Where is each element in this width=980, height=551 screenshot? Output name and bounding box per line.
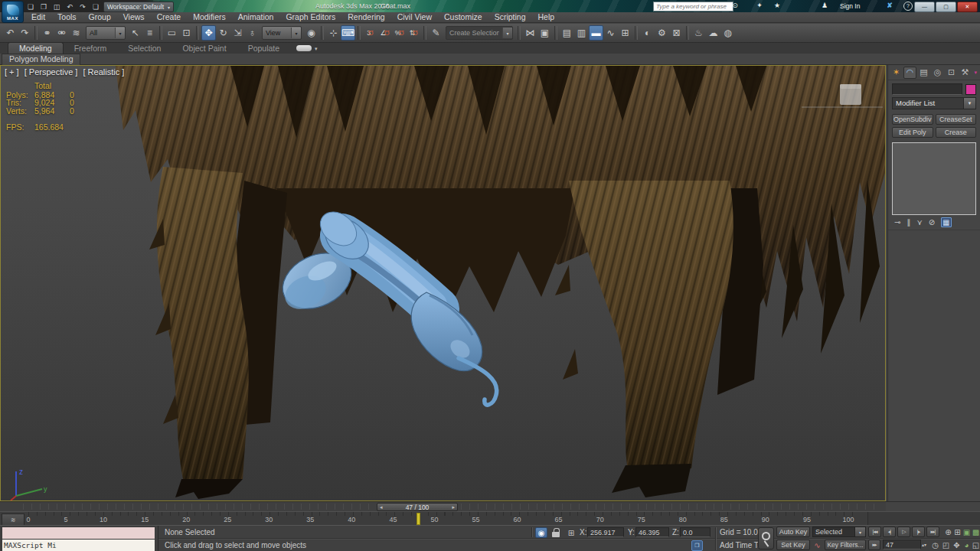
spinner-snap-icon[interactable]: ⇅Ω <box>407 25 421 41</box>
menu-item[interactable]: Animation <box>232 12 280 22</box>
search-icon[interactable]: ⊙ <box>730 2 740 9</box>
keyboard-shortcut-override-icon[interactable]: ⌨ <box>341 25 355 41</box>
community-icon[interactable]: ✦ <box>754 2 765 9</box>
sign-in-label[interactable]: Sign In <box>840 2 860 10</box>
viewport-pov-menu[interactable]: [ Perspective ] <box>24 67 78 77</box>
previous-frame-arrow-icon[interactable]: ◂ <box>380 504 383 510</box>
go-to-end-icon[interactable]: ▸▸| <box>926 527 939 537</box>
menu-item[interactable]: Views <box>117 12 151 22</box>
workspace-selector[interactable]: Workspace: Default ▾ <box>103 2 174 12</box>
rectangular-selection-region-icon[interactable]: ▭ <box>165 25 179 41</box>
project-icon[interactable]: ❏ <box>90 2 101 11</box>
edit-named-selection-sets-icon[interactable]: ✎ <box>429 25 443 41</box>
render-production-icon[interactable]: ♨ <box>691 25 706 41</box>
toggle-ribbon-icon[interactable]: ▬ <box>589 25 603 41</box>
select-and-manipulate-icon[interactable]: ⊹ <box>326 25 341 41</box>
pin-stack-icon[interactable]: ⊸ <box>894 218 900 227</box>
select-and-scale-icon[interactable]: ⇲ <box>230 25 245 41</box>
utilities-tab-icon[interactable]: ⚒ <box>959 67 972 79</box>
menu-item[interactable]: Help <box>531 12 560 22</box>
display-tab-icon[interactable]: ⊡ <box>945 67 958 79</box>
redo-icon[interactable]: ↷ <box>18 25 32 41</box>
modifier-stack-list[interactable] <box>892 142 976 215</box>
material-editor-icon[interactable]: ◐ <box>640 25 655 41</box>
make-unique-icon[interactable]: ⋎ <box>916 218 922 227</box>
configure-modifier-sets-icon[interactable]: ▦ <box>941 217 951 227</box>
toggle-scene-explorer-icon[interactable]: ▤ <box>560 25 574 41</box>
selection-filter-dropdown[interactable]: All ▾ <box>86 26 126 40</box>
frame-spinner[interactable]: ▴▾ <box>921 540 927 550</box>
modifier-button[interactable]: Edit Poly <box>892 127 933 138</box>
ribbon-collapse-icon[interactable] <box>296 45 312 51</box>
ribbon-tab[interactable]: Selection <box>117 43 172 54</box>
ribbon-tab[interactable]: Modeling <box>8 42 64 54</box>
hierarchy-tab-icon[interactable]: ▤ <box>917 67 930 79</box>
menu-item[interactable]: Modifiers <box>187 12 232 22</box>
go-to-start-icon[interactable]: |◂◂ <box>868 527 881 537</box>
track-bar[interactable]: 0510152025303540455055606570758085909510… <box>0 511 980 525</box>
current-frame-field[interactable]: 47 <box>883 540 921 549</box>
select-object-icon[interactable]: ↖ <box>128 25 142 41</box>
y-coord-field[interactable]: 46.395 <box>635 527 669 537</box>
z-coord-field[interactable]: 0.0 <box>680 527 710 537</box>
undo-icon[interactable]: ↶ <box>64 2 75 11</box>
open-mini-curve-editor-icon[interactable]: ≋ <box>2 514 24 526</box>
time-slider-track[interactable]: ◂ 47 / 100 ▸ <box>0 501 886 511</box>
menu-item[interactable]: Tools <box>51 12 83 22</box>
favorites-icon[interactable]: ★ <box>772 2 782 9</box>
percent-snap-icon[interactable]: %Ω <box>392 25 407 41</box>
menu-item[interactable]: Edit <box>25 12 51 22</box>
select-by-name-icon[interactable]: ≡ <box>142 25 157 41</box>
curve-editor-icon[interactable]: ∿ <box>603 25 618 41</box>
next-frame-icon[interactable]: |▸ <box>912 527 925 537</box>
unlink-selection-icon[interactable]: ⚮ <box>54 25 69 41</box>
maxscript-mini-listener[interactable]: MAXScript Mi <box>0 526 158 551</box>
next-frame-arrow-icon[interactable]: ▸ <box>452 504 455 510</box>
perspective-viewport[interactable]: z y [ + ] [ Perspective ] [ Realistic ] … <box>0 65 886 501</box>
bind-to-space-warp-icon[interactable]: ≋ <box>69 25 83 41</box>
select-and-rotate-icon[interactable]: ↻ <box>216 25 230 41</box>
maximize-viewport-icon[interactable]: ◱ <box>970 540 980 550</box>
set-key-button[interactable]: Set Key <box>776 540 810 550</box>
field-of-view-icon[interactable]: ◰ <box>940 540 952 550</box>
reference-coordinate-system-dropdown[interactable]: View ▾ <box>262 26 302 40</box>
menu-item[interactable]: Customize <box>438 12 488 22</box>
ribbon-tab[interactable]: Populate <box>237 43 290 54</box>
current-frame-marker[interactable] <box>416 513 420 525</box>
viewport-general-menu[interactable]: [ + ] <box>5 67 19 77</box>
ribbon-tab[interactable]: Freeform <box>64 43 118 54</box>
user-icon[interactable]: ♟ <box>819 2 830 9</box>
x-coord-field[interactable]: 256.917 <box>587 527 624 537</box>
render-setup-icon[interactable]: ⚙ <box>655 25 669 41</box>
set-key-mode-icon[interactable] <box>758 527 774 549</box>
selection-lock-icon[interactable] <box>550 527 562 538</box>
ribbon-tab[interactable]: Object Paint <box>172 43 237 54</box>
undo-icon[interactable]: ↶ <box>3 25 18 41</box>
window-crossing-icon[interactable]: ⊡ <box>179 25 194 41</box>
time-tag-icon[interactable]: ❐ <box>691 540 703 551</box>
help-icon[interactable]: ? <box>903 2 913 11</box>
exchange-icon[interactable]: ✘ <box>884 2 895 9</box>
menu-item[interactable]: Create <box>151 12 188 22</box>
menu-item[interactable]: Rendering <box>341 12 390 22</box>
show-end-result-icon[interactable]: ∥ <box>906 218 910 227</box>
modifier-list-dropdown[interactable]: Modifier List <box>892 97 964 109</box>
max-logo-icon[interactable]: MAX <box>2 1 24 23</box>
object-name-field[interactable] <box>892 83 962 95</box>
object-color-swatch[interactable] <box>965 84 976 95</box>
a360-gallery-icon[interactable]: ◍ <box>720 25 735 41</box>
modifier-button[interactable]: CreaseSet <box>936 114 977 125</box>
menu-item[interactable]: Scripting <box>488 12 532 22</box>
rendered-frame-window-icon[interactable]: ⊠ <box>669 25 684 41</box>
viewport-shading-menu[interactable]: [ Realistic ] <box>83 67 124 77</box>
mirror-icon[interactable]: ⋈ <box>523 25 537 41</box>
motion-tab-icon[interactable]: ◎ <box>931 67 944 79</box>
modify-tab-icon[interactable]: ◠ <box>903 67 916 79</box>
maxscript-macro-field[interactable] <box>2 527 155 540</box>
redo-icon[interactable]: ↷ <box>77 2 88 11</box>
modifier-button[interactable]: Crease <box>936 127 977 138</box>
toggle-layer-explorer-icon[interactable]: ▥ <box>574 25 589 41</box>
close-icon[interactable]: ✕ <box>957 2 978 12</box>
panel-options-icon[interactable]: ▾ <box>974 70 980 76</box>
previous-frame-icon[interactable]: ◂| <box>883 527 896 537</box>
